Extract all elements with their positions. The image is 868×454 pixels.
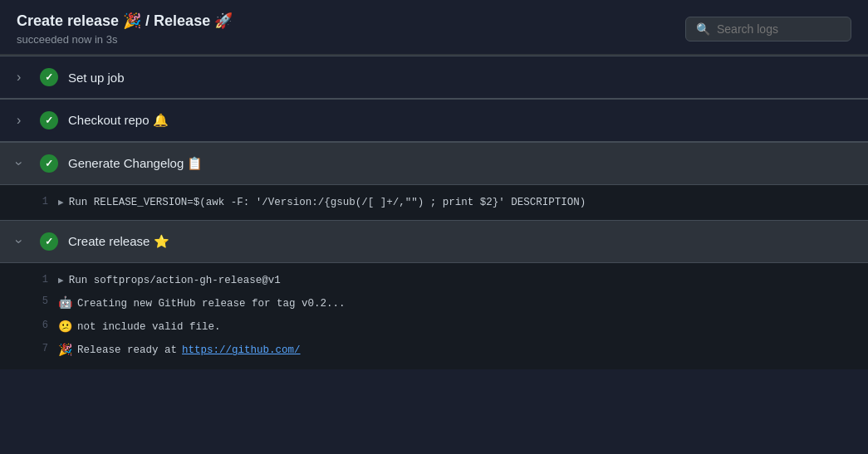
status-success-icon [40,68,58,86]
log-emoji: 😕 [58,318,72,336]
line-number: 1 [33,194,48,210]
log-content: 🤖Creating new GitHub release for tag v0.… [58,294,346,312]
search-box[interactable]: 🔍 [685,17,851,41]
status-success-icon [40,232,58,251]
header-left: Create release 🎉 / Release 🚀 succeeded n… [17,12,233,46]
log-content: ▶Run RELEASE_VERSION=$(awk -F: '/Version… [58,194,586,211]
release-link[interactable]: https://github.com/ [182,342,301,359]
line-number: 7 [33,341,48,357]
job-label: Create release ⭐ [68,234,169,249]
log-line: 5🤖Creating new GitHub release for tag v0… [0,291,868,315]
log-section-generate-changelog: 1▶Run RELEASE_VERSION=$(awk -F: '/Versio… [0,185,868,220]
job-label: Generate Changelog 📋 [68,156,203,171]
page-subtitle: succeeded now in 3s [17,33,233,46]
page-title: Create release 🎉 / Release 🚀 [17,12,233,31]
log-text: Run RELEASE_VERSION=$(awk -F: '/Version:… [69,194,586,211]
log-line: 7🎉Release ready at https://github.com/ [0,339,868,362]
line-number: 1 [33,272,48,288]
status-success-icon [40,111,58,129]
chevron-down-icon [17,234,30,249]
log-section-create-release: 1▶Run softprops/action-gh-release@v15🤖Cr… [0,263,868,369]
job-row-generate-changelog[interactable]: Generate Changelog 📋 [0,142,868,185]
line-number: 5 [33,294,48,310]
page-header: Create release 🎉 / Release 🚀 succeeded n… [0,0,868,55]
job-label: Set up job [68,71,125,85]
chevron-right-icon [17,113,30,128]
line-number: 6 [33,318,48,334]
status-success-icon [40,154,58,173]
log-emoji: 🎉 [58,341,72,359]
chevron-right-icon [17,70,30,85]
run-arrow-icon: ▶ [58,274,64,289]
run-arrow-icon: ▶ [58,196,64,211]
log-line: 1▶Run RELEASE_VERSION=$(awk -F: '/Versio… [0,192,868,213]
log-text: Creating new GitHub release for tag v0.2… [77,295,346,312]
log-content: 🎉Release ready at https://github.com/ [58,341,301,359]
log-text: Run softprops/action-gh-release@v1 [69,272,281,289]
chevron-down-icon [17,156,30,171]
jobs-container: Set up jobCheckout repo 🔔Generate Change… [0,56,868,369]
job-row-checkout-repo[interactable]: Checkout repo 🔔 [0,99,868,142]
log-line: 1▶Run softprops/action-gh-release@v1 [0,270,868,291]
job-row-create-release[interactable]: Create release ⭐ [0,220,868,263]
job-label: Checkout repo 🔔 [68,113,169,128]
log-text: Release ready at [77,342,177,359]
job-row-setup-job[interactable]: Set up job [0,56,868,99]
log-line: 6😕not include valid file. [0,315,868,339]
search-input[interactable] [717,22,841,36]
log-content: 😕not include valid file. [58,318,221,336]
search-icon: 🔍 [696,22,710,36]
log-text: not include valid file. [77,319,221,335]
log-content: ▶Run softprops/action-gh-release@v1 [58,272,281,289]
log-emoji: 🤖 [58,294,72,312]
